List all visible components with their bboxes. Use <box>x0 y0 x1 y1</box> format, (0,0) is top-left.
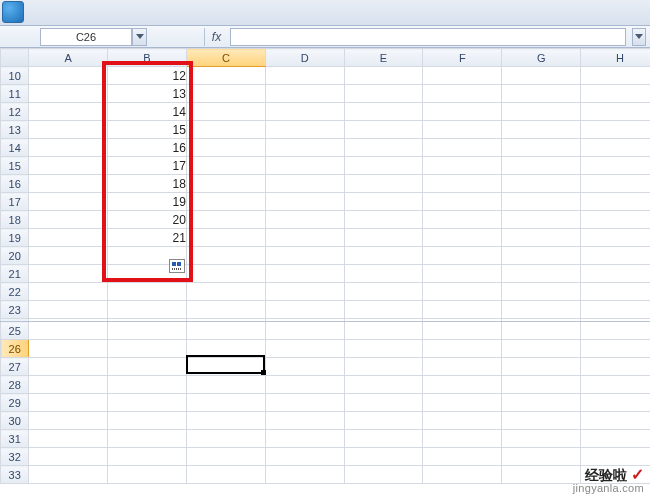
cell[interactable] <box>29 301 108 319</box>
row-header[interactable]: 19 <box>1 229 29 247</box>
cell[interactable] <box>29 448 108 466</box>
row-header[interactable]: 23 <box>1 301 29 319</box>
cell[interactable] <box>344 247 423 265</box>
cell[interactable] <box>423 430 502 448</box>
cell[interactable]: 16 <box>108 139 187 157</box>
row-header[interactable]: 21 <box>1 265 29 283</box>
cell[interactable] <box>29 358 108 376</box>
cell[interactable] <box>186 394 265 412</box>
cell[interactable] <box>581 301 650 319</box>
row-header[interactable]: 26 <box>1 340 29 358</box>
cell[interactable] <box>581 376 650 394</box>
cell[interactable] <box>502 301 581 319</box>
row-header[interactable]: 15 <box>1 157 29 175</box>
spreadsheet[interactable]: ABCDEFGH 1012111312141315141615171618171… <box>0 48 650 484</box>
cell[interactable] <box>423 376 502 394</box>
row-header[interactable]: 29 <box>1 394 29 412</box>
cell[interactable] <box>29 430 108 448</box>
cell[interactable] <box>265 394 344 412</box>
cell[interactable] <box>265 412 344 430</box>
cell[interactable] <box>344 394 423 412</box>
cell[interactable] <box>344 265 423 283</box>
cell[interactable] <box>29 211 108 229</box>
cell[interactable] <box>265 193 344 211</box>
row-header[interactable]: 31 <box>1 430 29 448</box>
cell[interactable] <box>502 193 581 211</box>
cell[interactable] <box>186 448 265 466</box>
row-header[interactable]: 14 <box>1 139 29 157</box>
cell[interactable] <box>344 466 423 484</box>
cell[interactable] <box>265 301 344 319</box>
cell[interactable] <box>29 121 108 139</box>
cell[interactable] <box>423 448 502 466</box>
row-header[interactable]: 11 <box>1 85 29 103</box>
cell[interactable] <box>344 322 423 340</box>
cell[interactable] <box>108 301 187 319</box>
cell[interactable] <box>29 247 108 265</box>
cell[interactable] <box>502 412 581 430</box>
cell[interactable] <box>581 448 650 466</box>
cell[interactable] <box>344 193 423 211</box>
cell[interactable] <box>29 175 108 193</box>
row-header[interactable]: 12 <box>1 103 29 121</box>
cell[interactable] <box>344 67 423 85</box>
cell[interactable] <box>581 85 650 103</box>
cell[interactable] <box>423 466 502 484</box>
cell[interactable] <box>344 430 423 448</box>
cell[interactable] <box>344 85 423 103</box>
row-header[interactable]: 16 <box>1 175 29 193</box>
cell[interactable] <box>502 448 581 466</box>
cell[interactable] <box>423 412 502 430</box>
cell[interactable] <box>423 175 502 193</box>
cell[interactable] <box>344 301 423 319</box>
cell[interactable] <box>29 340 108 358</box>
cell[interactable] <box>344 211 423 229</box>
cell[interactable] <box>581 322 650 340</box>
cell[interactable] <box>108 340 187 358</box>
cell[interactable] <box>581 358 650 376</box>
cell[interactable] <box>502 376 581 394</box>
cell[interactable] <box>502 358 581 376</box>
cell[interactable]: 21 <box>108 229 187 247</box>
row-header[interactable]: 17 <box>1 193 29 211</box>
app-button[interactable] <box>2 1 24 23</box>
cell[interactable] <box>581 394 650 412</box>
cell[interactable] <box>186 358 265 376</box>
cell[interactable] <box>344 376 423 394</box>
cell[interactable] <box>581 247 650 265</box>
cell[interactable] <box>502 121 581 139</box>
cell[interactable] <box>502 430 581 448</box>
cell[interactable] <box>29 85 108 103</box>
cell[interactable] <box>502 139 581 157</box>
cell[interactable] <box>581 211 650 229</box>
cell[interactable] <box>265 139 344 157</box>
cell[interactable] <box>423 229 502 247</box>
cell[interactable] <box>265 247 344 265</box>
formula-input[interactable] <box>230 28 626 46</box>
name-box[interactable]: C26 <box>40 28 132 46</box>
autofill-options-button[interactable] <box>169 259 185 273</box>
cell[interactable] <box>423 301 502 319</box>
cell[interactable] <box>423 322 502 340</box>
cell[interactable] <box>186 139 265 157</box>
cell[interactable] <box>108 376 187 394</box>
cell[interactable] <box>265 466 344 484</box>
cell[interactable] <box>186 340 265 358</box>
cell[interactable] <box>186 121 265 139</box>
cell[interactable] <box>423 340 502 358</box>
cell[interactable] <box>108 448 187 466</box>
cell[interactable] <box>29 283 108 301</box>
cell[interactable] <box>108 412 187 430</box>
cell[interactable] <box>186 301 265 319</box>
row-header[interactable]: 13 <box>1 121 29 139</box>
cell[interactable] <box>108 322 187 340</box>
cell[interactable] <box>186 412 265 430</box>
cell[interactable] <box>265 211 344 229</box>
cell[interactable] <box>344 157 423 175</box>
cell[interactable] <box>344 103 423 121</box>
cell[interactable] <box>186 430 265 448</box>
cell[interactable] <box>186 175 265 193</box>
column-header[interactable]: E <box>344 49 423 67</box>
cell[interactable] <box>423 193 502 211</box>
cell[interactable] <box>581 265 650 283</box>
